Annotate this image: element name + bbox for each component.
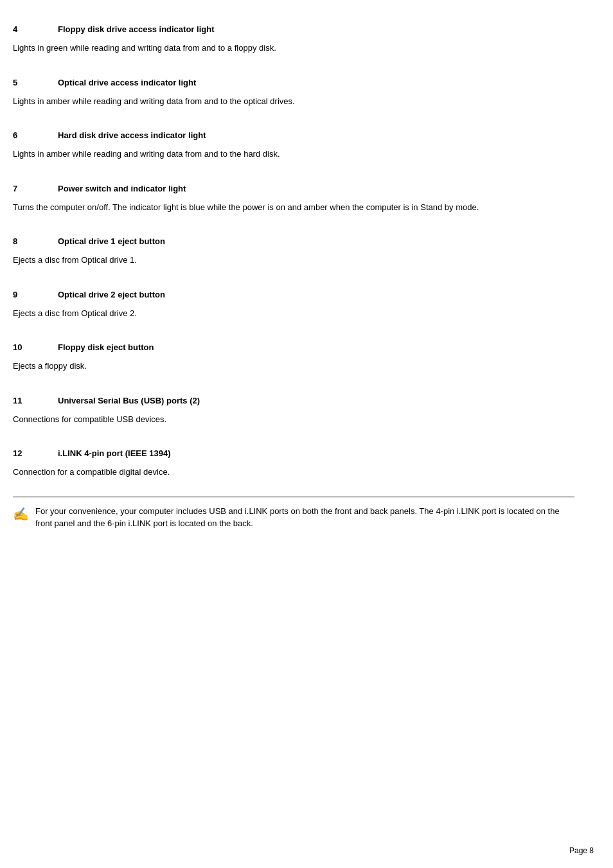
section-body-6: Lights in amber while reading and writin… [13, 148, 574, 161]
section-header-8: 8 Optical drive 1 eject button [13, 225, 574, 246]
section-10: 10 Floppy disk eject button Ejects a flo… [13, 331, 574, 373]
note-icon: ✍ [13, 506, 29, 522]
section-body-11: Connections for compatible USB devices. [13, 413, 574, 426]
section-title-4: Floppy disk drive access indicator light [58, 24, 214, 34]
section-title-9: Optical drive 2 eject button [58, 290, 165, 299]
page-number: Page 8 [569, 846, 594, 855]
section-body-4: Lights in green while reading and writin… [13, 42, 574, 55]
note-text: For your convenience, your computer incl… [35, 505, 574, 530]
section-body-9: Ejects a disc from Optical drive 2. [13, 307, 574, 320]
section-header-7: 7 Power switch and indicator light [13, 172, 574, 193]
section-11: 11 Universal Serial Bus (USB) ports (2) … [13, 384, 574, 426]
section-6: 6 Hard disk drive access indicator light… [13, 119, 574, 161]
section-number-5: 5 [13, 78, 58, 87]
section-number-7: 7 [13, 184, 58, 193]
section-number-9: 9 [13, 290, 58, 299]
section-title-5: Optical drive access indicator light [58, 78, 196, 87]
section-number-11: 11 [13, 396, 58, 405]
section-header-4: 4 Floppy disk drive access indicator lig… [13, 13, 574, 34]
page-content: 4 Floppy disk drive access indicator lig… [0, 0, 613, 569]
section-header-11: 11 Universal Serial Bus (USB) ports (2) [13, 384, 574, 405]
section-7: 7 Power switch and indicator light Turns… [13, 172, 574, 214]
section-body-12: Connection for a compatible digital devi… [13, 466, 574, 479]
note-box: ✍ For your convenience, your computer in… [13, 497, 574, 530]
section-number-10: 10 [13, 342, 58, 352]
section-number-4: 4 [13, 24, 58, 34]
section-title-11: Universal Serial Bus (USB) ports (2) [58, 396, 200, 405]
section-number-12: 12 [13, 448, 58, 458]
section-title-7: Power switch and indicator light [58, 184, 186, 193]
section-number-8: 8 [13, 236, 58, 246]
section-body-10: Ejects a floppy disk. [13, 360, 574, 373]
section-title-12: i.LINK 4-pin port (IEEE 1394) [58, 448, 171, 458]
page-footer: Page 8 [569, 846, 594, 855]
section-body-7: Turns the computer on/off. The indicator… [13, 201, 574, 214]
section-header-6: 6 Hard disk drive access indicator light [13, 119, 574, 140]
section-8: 8 Optical drive 1 eject button Ejects a … [13, 225, 574, 267]
section-header-12: 12 i.LINK 4-pin port (IEEE 1394) [13, 437, 574, 458]
section-title-6: Hard disk drive access indicator light [58, 130, 206, 140]
section-number-6: 6 [13, 130, 58, 140]
section-header-9: 9 Optical drive 2 eject button [13, 278, 574, 299]
section-body-5: Lights in amber while reading and writin… [13, 95, 574, 108]
section-12: 12 i.LINK 4-pin port (IEEE 1394) Connect… [13, 437, 574, 479]
section-9: 9 Optical drive 2 eject button Ejects a … [13, 278, 574, 320]
section-header-10: 10 Floppy disk eject button [13, 331, 574, 352]
section-4: 4 Floppy disk drive access indicator lig… [13, 13, 574, 55]
section-title-8: Optical drive 1 eject button [58, 236, 165, 246]
section-title-10: Floppy disk eject button [58, 342, 154, 352]
section-body-8: Ejects a disc from Optical drive 1. [13, 254, 574, 267]
section-5: 5 Optical drive access indicator light L… [13, 66, 574, 108]
section-header-5: 5 Optical drive access indicator light [13, 66, 574, 87]
